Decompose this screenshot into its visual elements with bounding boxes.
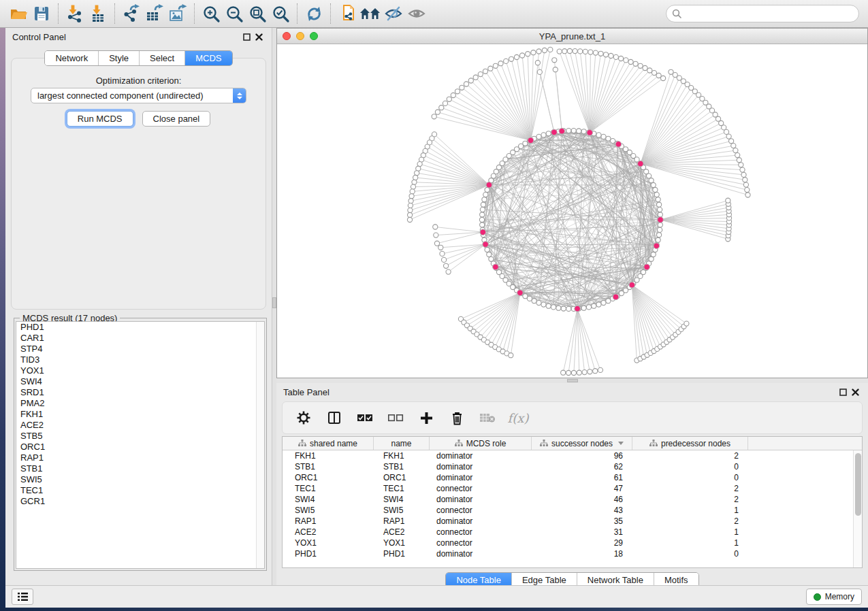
show-task-history-button[interactable]: [12, 589, 33, 605]
network-node[interactable]: [743, 182, 748, 187]
open-session-button[interactable]: [7, 3, 30, 24]
tab-mcds[interactable]: MCDS: [184, 51, 231, 65]
mcds-node-item[interactable]: PHD1: [16, 322, 264, 333]
network-node[interactable]: [548, 47, 553, 52]
hide-glasses-button[interactable]: [382, 3, 405, 24]
mcds-node-item[interactable]: SWI5: [16, 474, 264, 485]
mcds-hub-node[interactable]: [615, 142, 622, 148]
cell-MCDS-role[interactable]: dominator: [430, 462, 532, 472]
network-node[interactable]: [628, 59, 633, 64]
cell-predecessor-nodes[interactable]: 2: [632, 495, 748, 504]
mcds-node-item[interactable]: RAP1: [16, 452, 264, 463]
network-node[interactable]: [658, 208, 662, 212]
close-panel-button[interactable]: [253, 31, 265, 43]
mcds-node-item[interactable]: SWI4: [16, 376, 264, 387]
cell-predecessor-nodes[interactable]: 2: [632, 451, 748, 461]
network-node[interactable]: [527, 296, 532, 301]
network-node[interactable]: [481, 202, 485, 207]
network-node[interactable]: [588, 369, 592, 374]
cell-name[interactable]: SWI4: [374, 495, 430, 504]
network-node[interactable]: [482, 197, 487, 202]
network-node[interactable]: [483, 69, 487, 73]
network-node[interactable]: [488, 66, 493, 71]
network-node[interactable]: [593, 369, 598, 374]
network-node[interactable]: [546, 131, 551, 136]
network-node[interactable]: [743, 178, 748, 182]
table-scrollbar-thumb[interactable]: [855, 453, 861, 516]
show-column-panel-button[interactable]: [325, 409, 343, 427]
network-node[interactable]: [726, 134, 731, 139]
network-node[interactable]: [653, 187, 658, 192]
network-node[interactable]: [546, 303, 551, 308]
network-node[interactable]: [578, 49, 583, 54]
network-node[interactable]: [444, 263, 449, 268]
mcds-node-item[interactable]: TID3: [16, 354, 264, 365]
network-node[interactable]: [464, 82, 468, 86]
network-node[interactable]: [571, 370, 576, 375]
cell-predecessor-nodes[interactable]: 1: [632, 538, 748, 548]
table-row[interactable]: ORC1ORC1dominator610: [283, 472, 853, 483]
cell-successor-nodes[interactable]: 35: [532, 516, 632, 526]
search-box[interactable]: [666, 5, 859, 22]
table-row[interactable]: FKH1FKH1dominator962: [283, 450, 853, 461]
memory-button[interactable]: Memory: [806, 589, 862, 605]
network-node[interactable]: [415, 171, 419, 176]
network-node[interactable]: [739, 163, 743, 167]
network-node[interactable]: [480, 212, 485, 217]
cell-predecessor-nodes[interactable]: 1: [632, 527, 748, 537]
network-node[interactable]: [647, 68, 652, 73]
network-node[interactable]: [582, 370, 587, 375]
mcds-hub-node[interactable]: [638, 161, 644, 167]
network-node[interactable]: [643, 65, 647, 70]
network-node[interactable]: [566, 306, 571, 311]
network-node[interactable]: [523, 294, 528, 299]
network-node[interactable]: [598, 51, 603, 56]
import-table-button[interactable]: [86, 3, 110, 24]
run-mcds-button[interactable]: Run MCDS: [67, 111, 133, 127]
cell-successor-nodes[interactable]: 47: [532, 484, 632, 493]
network-node[interactable]: [652, 71, 656, 76]
network-node[interactable]: [532, 299, 536, 303]
network-node[interactable]: [557, 49, 562, 54]
export-network-button[interactable]: [120, 3, 143, 24]
mcds-hub-node[interactable]: [528, 137, 534, 144]
mcds-node-item[interactable]: FKH1: [16, 409, 264, 420]
network-node[interactable]: [657, 233, 662, 237]
cell-MCDS-role[interactable]: connector: [430, 506, 532, 515]
network-node[interactable]: [658, 212, 662, 217]
select-all-columns-button[interactable]: [356, 409, 374, 427]
network-node[interactable]: [596, 302, 601, 307]
network-node[interactable]: [541, 302, 546, 307]
cell-predecessor-nodes[interactable]: 2: [632, 516, 748, 526]
deselect-all-columns-button[interactable]: [387, 409, 404, 427]
cell-successor-nodes[interactable]: 31: [532, 527, 632, 537]
cell-name[interactable]: PHD1: [374, 549, 430, 559]
zoom-out-button[interactable]: [223, 3, 246, 24]
network-node[interactable]: [684, 321, 689, 326]
network-node[interactable]: [649, 257, 654, 261]
network-window-titlebar[interactable]: YPA_prune.txt_1: [277, 29, 867, 44]
network-node[interactable]: [566, 370, 571, 375]
network-node[interactable]: [731, 144, 736, 148]
mcds-node-item[interactable]: TEC1: [16, 485, 264, 496]
mcds-result-list[interactable]: PHD1CAR1STP4TID3YOX1SWI4SRD1PMA2FKH1ACE2…: [16, 321, 265, 569]
mcds-node-item[interactable]: YOX1: [16, 365, 264, 376]
mcds-hub-node[interactable]: [559, 128, 565, 134]
mcds-hub-node[interactable]: [629, 282, 635, 288]
mcds-node-item[interactable]: STB5: [16, 431, 264, 442]
network-node[interactable]: [633, 61, 638, 66]
cell-successor-nodes[interactable]: 18: [532, 549, 632, 559]
cell-successor-nodes[interactable]: 43: [532, 506, 632, 515]
mcds-node-item[interactable]: CAR1: [16, 333, 264, 344]
cell-successor-nodes[interactable]: 62: [532, 462, 632, 472]
network-node[interactable]: [658, 222, 662, 227]
cell-MCDS-role[interactable]: dominator: [430, 451, 532, 461]
cell-shared-name[interactable]: ORC1: [283, 473, 374, 482]
network-node[interactable]: [649, 178, 654, 183]
network-node[interactable]: [745, 188, 750, 193]
mcds-node-item[interactable]: PMA2: [16, 398, 264, 409]
network-node[interactable]: [729, 139, 734, 144]
mcds-node-item[interactable]: ORC1: [16, 442, 264, 452]
mcds-hub-node[interactable]: [575, 306, 581, 312]
network-canvas[interactable]: [277, 44, 867, 378]
